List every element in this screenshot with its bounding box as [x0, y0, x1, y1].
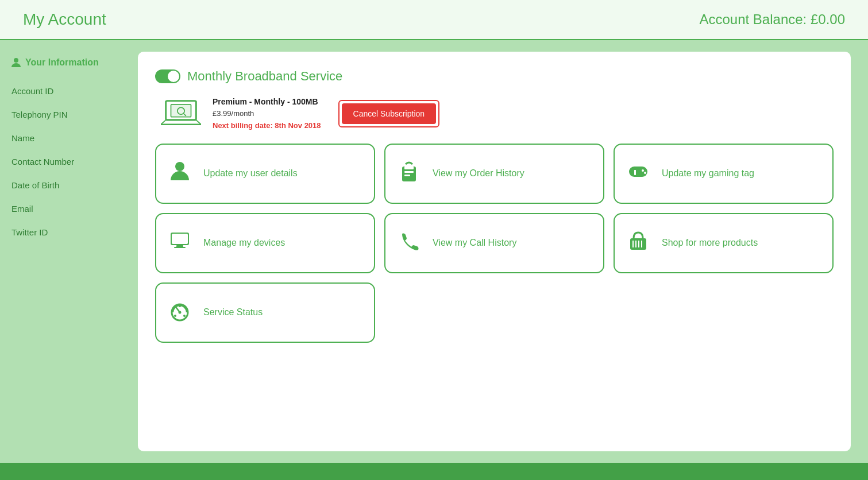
main-content: Your Information Account ID Telephony PI…	[0, 40, 868, 463]
sidebar: Your Information Account ID Telephony PI…	[11, 52, 126, 451]
svg-point-32	[179, 311, 182, 313]
tile-shop-products[interactable]: Shop for more products	[614, 213, 834, 273]
sidebar-item-twitter[interactable]: Twitter ID	[11, 220, 126, 244]
svg-rect-13	[404, 167, 414, 169]
tile-update-user-label: Update my user details	[203, 167, 298, 180]
main-panel: Monthly Broadband Service Premium - Mont…	[138, 52, 851, 451]
svg-rect-5	[171, 104, 191, 117]
tile-view-call-label: View my Call History	[433, 237, 516, 249]
laptop-icon	[161, 98, 201, 129]
header: My Account Account Balance: £0.00	[0, 0, 868, 40]
tile-view-call[interactable]: View my Call History	[384, 213, 604, 273]
subscription-title: Monthly Broadband Service	[187, 69, 342, 84]
subscription-info: Premium - Monthly - 100MB £3.99/month Ne…	[213, 95, 321, 132]
tile-manage-devices-label: Manage my devices	[203, 237, 285, 249]
sidebar-item-email[interactable]: Email	[11, 197, 126, 220]
sidebar-item-dob[interactable]: Date of Birth	[11, 173, 126, 197]
tile-service-status[interactable]: Service Status	[155, 282, 375, 343]
tile-view-order-label: View my Order History	[433, 167, 524, 180]
sidebar-item-name[interactable]: Name	[11, 126, 126, 150]
service-status-icon	[165, 297, 194, 328]
svg-rect-16	[629, 167, 647, 177]
tiles-grid: Update my user details View my Order His…	[155, 144, 834, 343]
account-balance: Account Balance: £0.00	[699, 11, 845, 28]
subscription-details: Premium - Monthly - 100MB £3.99/month Ne…	[155, 95, 834, 132]
gaming-tag-icon	[624, 158, 653, 189]
tile-manage-devices[interactable]: Manage my devices	[155, 213, 375, 273]
svg-point-20	[644, 172, 646, 174]
call-history-icon	[395, 228, 423, 258]
svg-rect-24	[174, 247, 186, 248]
order-history-icon	[395, 158, 423, 189]
svg-point-34	[179, 305, 181, 307]
toggle-icon[interactable]	[155, 69, 180, 83]
user-details-icon	[165, 158, 194, 189]
svg-rect-18	[634, 170, 636, 175]
sidebar-item-contact-number[interactable]: Contact Number	[11, 150, 126, 173]
subscription-header: Monthly Broadband Service	[155, 69, 834, 84]
svg-point-0	[14, 58, 18, 63]
subscription-billing: Next billing date: 8th Nov 2018	[213, 120, 321, 132]
tile-shop-products-label: Shop for more products	[662, 237, 758, 249]
footer-bar	[0, 463, 868, 480]
cancel-subscription-button[interactable]: Cancel Subscription	[342, 103, 437, 124]
sidebar-item-telephony-pin[interactable]: Telephony PIN	[11, 103, 126, 126]
subscription-product-name: Premium - Monthly - 100MB	[213, 95, 321, 108]
svg-rect-14	[404, 171, 414, 173]
tile-update-user[interactable]: Update my user details	[155, 144, 375, 204]
subscription-price: £3.99/month	[213, 108, 321, 120]
svg-point-19	[642, 169, 644, 172]
tile-view-order[interactable]: View my Order History	[384, 144, 604, 204]
cancel-subscription-wrapper: Cancel Subscription	[338, 100, 440, 127]
sidebar-section-title: Your Information	[11, 57, 126, 68]
tile-update-gaming-label: Update my gaming tag	[662, 167, 754, 180]
tile-update-gaming[interactable]: Update my gaming tag	[614, 144, 834, 204]
svg-point-33	[174, 315, 176, 317]
sidebar-item-account-id[interactable]: Account ID	[11, 79, 126, 103]
tile-service-status-label: Service Status	[203, 306, 263, 319]
user-icon	[11, 57, 21, 68]
svg-rect-15	[404, 175, 410, 176]
page-title: My Account	[23, 10, 106, 29]
shop-products-icon	[624, 228, 653, 258]
svg-rect-22	[172, 234, 188, 244]
manage-devices-icon	[165, 228, 194, 258]
svg-point-11	[175, 162, 184, 171]
svg-point-35	[183, 315, 186, 317]
